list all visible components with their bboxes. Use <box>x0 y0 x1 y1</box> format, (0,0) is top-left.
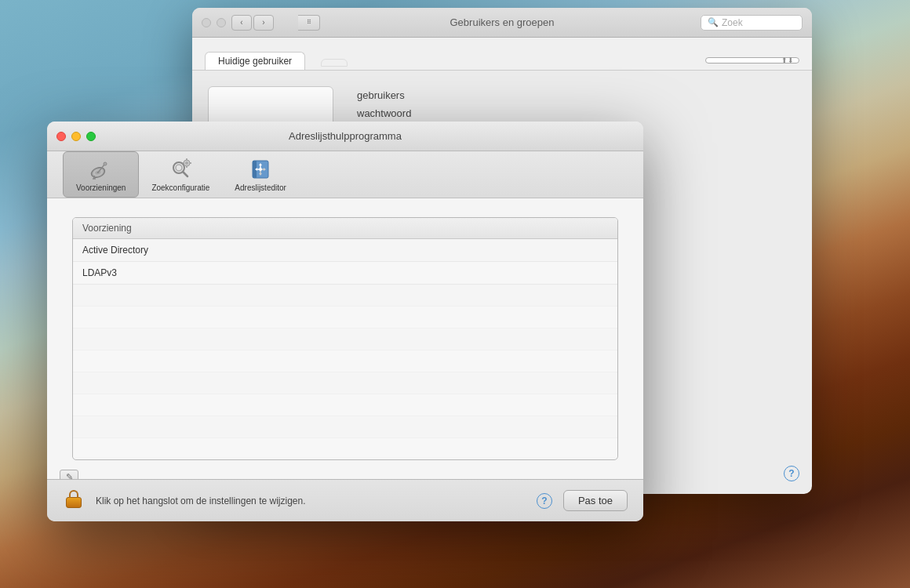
voorzieningen-icon <box>89 157 114 182</box>
lock-body <box>66 497 82 508</box>
bg-select-chevron: ⬆⬇ <box>781 56 794 64</box>
bg-select-box[interactable]: ⬆⬇ <box>705 57 799 64</box>
svg-point-9 <box>176 165 182 171</box>
fg-toolbar: Voorzieningen Zoekconfigu <box>47 151 643 198</box>
fg-window: Adreslijsthulpprogramma Voorzieningen <box>47 122 643 521</box>
toolbar-item-adreslijsteditor[interactable]: Adreslijsteditor <box>222 152 299 197</box>
bg-dropdown[interactable]: ⬆⬇ <box>705 57 799 64</box>
toolbar-label-zoekconfiguratie: Zoekconfiguratie <box>151 183 209 192</box>
apply-button[interactable]: Pas toe <box>563 490 628 511</box>
bg-search-icon: 🔍 <box>708 17 719 27</box>
adreslijsteditor-icon <box>248 157 273 182</box>
footer-help-button[interactable]: ? <box>537 493 552 509</box>
table-row-empty <box>73 416 617 438</box>
bg-seg-grid[interactable]: ⠿ <box>298 15 320 31</box>
fg-footer: Klik op het hangslot om de instellingen … <box>47 479 643 521</box>
table-body: Active Directory LDAPv3 <box>73 239 617 457</box>
bg-segmented-control: ⠿ <box>298 15 320 31</box>
table-cell-active-directory: Active Directory <box>82 245 148 256</box>
bg-tab-dropdown <box>321 59 348 67</box>
table-row[interactable]: LDAPv3 <box>73 262 617 285</box>
table-header-label: Voorziening <box>82 223 132 234</box>
bg-close-button[interactable] <box>202 18 211 27</box>
bg-minimize-button[interactable] <box>217 18 226 27</box>
bg-search-field[interactable]: 🔍 Zoek <box>701 15 803 31</box>
fg-window-controls <box>56 132 96 141</box>
bg-nav-forward[interactable]: › <box>253 15 274 31</box>
bg-line-2: wachtwoord <box>357 104 788 122</box>
svg-point-27 <box>259 168 262 171</box>
bg-help-button[interactable]: ? <box>784 466 799 481</box>
toolbar-item-voorzieningen[interactable]: Voorzieningen <box>63 151 139 198</box>
bg-titlebar: ‹ › ⠿ Gebruikers en groepen 🔍 Zoek <box>192 8 812 38</box>
svg-point-5 <box>104 162 107 165</box>
lock-icon <box>63 490 85 512</box>
adreslijsteditor-svg <box>249 158 271 180</box>
bg-nav-back[interactable]: ‹ <box>231 15 252 31</box>
table-row-empty <box>73 438 617 457</box>
fg-window-title: Adreslijsthulpprogramma <box>289 130 402 142</box>
bg-line-1: gebruikers <box>357 86 788 104</box>
lock-shackle <box>69 490 78 498</box>
table-header: Voorziening <box>73 218 617 239</box>
svg-point-12 <box>185 162 188 165</box>
table-row-empty <box>73 307 617 328</box>
zoekconfiguratie-svg <box>169 158 191 180</box>
bg-window-title: Gebruikers en groepen <box>450 16 555 28</box>
toolbar-label-adreslijsteditor: Adreslijsteditor <box>235 183 286 192</box>
bg-tab-current-user[interactable]: Huidige gebruiker <box>205 52 305 70</box>
fg-titlebar: Adreslijsthulpprogramma <box>47 122 643 151</box>
voorzieningen-svg <box>90 158 112 180</box>
table-row-empty <box>73 328 617 350</box>
bg-nav-buttons: ‹ › <box>231 15 274 31</box>
bg-tabs: Huidige gebruiker ⬆⬇ <box>192 38 812 71</box>
fg-minimize-button[interactable] <box>71 132 81 141</box>
table-row-empty <box>73 372 617 394</box>
zoekconfiguratie-icon <box>168 157 193 182</box>
provision-table-container: Voorziening Active Directory LDAPv3 <box>72 217 618 460</box>
fg-table-area: Voorziening Active Directory LDAPv3 <box>47 198 643 481</box>
bg-tab-other[interactable] <box>308 56 360 70</box>
fg-maximize-button[interactable] <box>86 132 96 141</box>
svg-line-10 <box>183 172 187 176</box>
toolbar-item-zoekconfiguratie[interactable]: Zoekconfiguratie <box>139 152 222 197</box>
table-cell-ldapv3: LDAPv3 <box>82 267 117 278</box>
footer-lock-text: Klik op het hangslot om de instellingen … <box>96 495 526 506</box>
table-row-empty <box>73 350 617 372</box>
table-row-empty <box>73 285 617 307</box>
table-row[interactable]: Active Directory <box>73 239 617 262</box>
table-row-empty <box>73 394 617 416</box>
fg-close-button[interactable] <box>56 132 66 141</box>
bg-search-placeholder: Zoek <box>722 17 743 28</box>
toolbar-label-voorzieningen: Voorzieningen <box>76 183 126 192</box>
